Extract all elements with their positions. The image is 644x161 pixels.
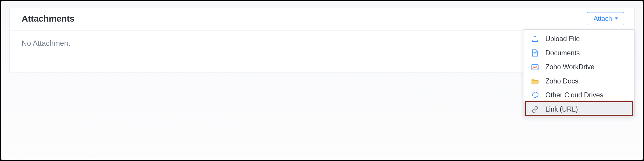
workdrive-icon bbox=[531, 63, 539, 71]
app-surface: Attachments Attach No Attachment Upload … bbox=[1, 1, 643, 160]
documents-icon bbox=[531, 49, 539, 57]
menu-item-label: Zoho WorkDrive bbox=[545, 63, 595, 71]
upload-file-icon bbox=[531, 35, 539, 43]
folder-icon bbox=[531, 78, 539, 85]
caret-down-icon bbox=[614, 17, 619, 20]
attach-dropdown: Upload File Documents Zoho WorkDrive bbox=[523, 29, 635, 117]
attach-button-label: Attach bbox=[594, 15, 612, 22]
menu-item-other-cloud-drives[interactable]: Other Cloud Drives bbox=[523, 88, 634, 102]
svg-rect-0 bbox=[532, 65, 538, 70]
menu-item-label: Link (URL) bbox=[545, 105, 578, 114]
attach-button[interactable]: Attach bbox=[587, 12, 624, 25]
menu-item-link-url[interactable]: Link (URL) bbox=[523, 102, 634, 117]
menu-item-zoho-workdrive[interactable]: Zoho WorkDrive bbox=[523, 60, 634, 74]
attachments-panel-header: Attachments Attach bbox=[10, 8, 634, 31]
menu-item-zoho-docs[interactable]: Zoho Docs bbox=[523, 74, 634, 88]
menu-item-documents[interactable]: Documents bbox=[523, 46, 634, 60]
attachments-title: Attachments bbox=[22, 14, 74, 24]
link-icon bbox=[531, 106, 539, 113]
menu-item-label: Upload File bbox=[545, 35, 580, 43]
menu-item-label: Zoho Docs bbox=[545, 77, 578, 86]
menu-item-label: Documents bbox=[545, 49, 580, 57]
cloud-download-icon bbox=[531, 91, 539, 99]
menu-item-upload-file[interactable]: Upload File bbox=[523, 32, 634, 46]
menu-item-label: Other Cloud Drives bbox=[545, 91, 603, 99]
